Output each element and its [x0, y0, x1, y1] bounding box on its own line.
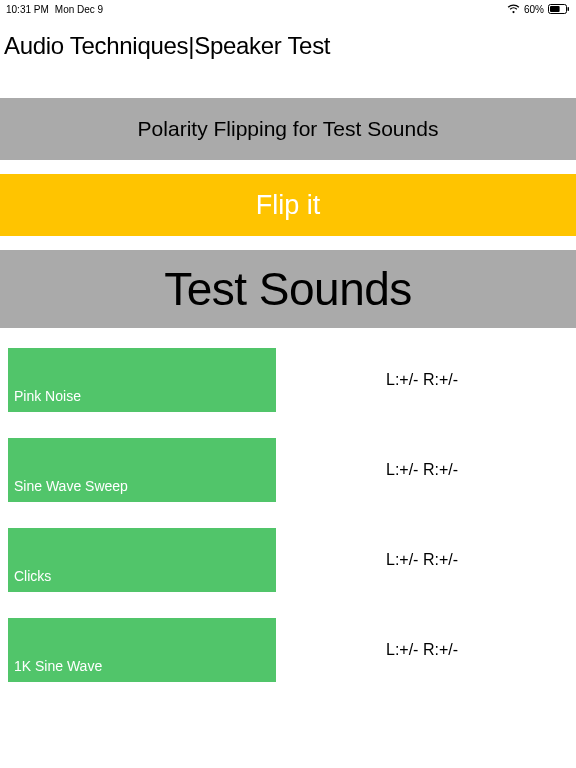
polarity-banner: Polarity Flipping for Test Sounds — [0, 98, 576, 160]
battery-percent: 60% — [524, 4, 544, 15]
svg-rect-2 — [568, 7, 570, 11]
pink-noise-button[interactable]: Pink Noise — [8, 348, 276, 412]
status-date: Mon Dec 9 — [55, 4, 103, 15]
test-sounds-header: Test Sounds — [0, 250, 576, 328]
status-right: 60% — [507, 4, 570, 15]
pink-noise-status: L:+/- R:+/- — [276, 371, 568, 389]
flip-it-button[interactable]: Flip it — [0, 174, 576, 236]
clicks-button[interactable]: Clicks — [8, 528, 276, 592]
svg-rect-1 — [550, 6, 560, 12]
page-title: Audio Techniques|Speaker Test — [0, 18, 576, 68]
status-bar: 10:31 PM Mon Dec 9 60% — [0, 0, 576, 18]
sound-list: Pink Noise L:+/- R:+/- Sine Wave Sweep L… — [0, 348, 576, 682]
sound-row: 1K Sine Wave L:+/- R:+/- — [0, 618, 576, 682]
status-left: 10:31 PM Mon Dec 9 — [6, 4, 103, 15]
one-k-sine-wave-status: L:+/- R:+/- — [276, 641, 568, 659]
battery-icon — [548, 4, 570, 14]
clicks-status: L:+/- R:+/- — [276, 551, 568, 569]
sound-row: Pink Noise L:+/- R:+/- — [0, 348, 576, 412]
sound-row: Clicks L:+/- R:+/- — [0, 528, 576, 592]
wifi-icon — [507, 4, 520, 14]
status-time: 10:31 PM — [6, 4, 49, 15]
one-k-sine-wave-button[interactable]: 1K Sine Wave — [8, 618, 276, 682]
sine-wave-sweep-button[interactable]: Sine Wave Sweep — [8, 438, 276, 502]
sine-wave-sweep-status: L:+/- R:+/- — [276, 461, 568, 479]
sound-row: Sine Wave Sweep L:+/- R:+/- — [0, 438, 576, 502]
